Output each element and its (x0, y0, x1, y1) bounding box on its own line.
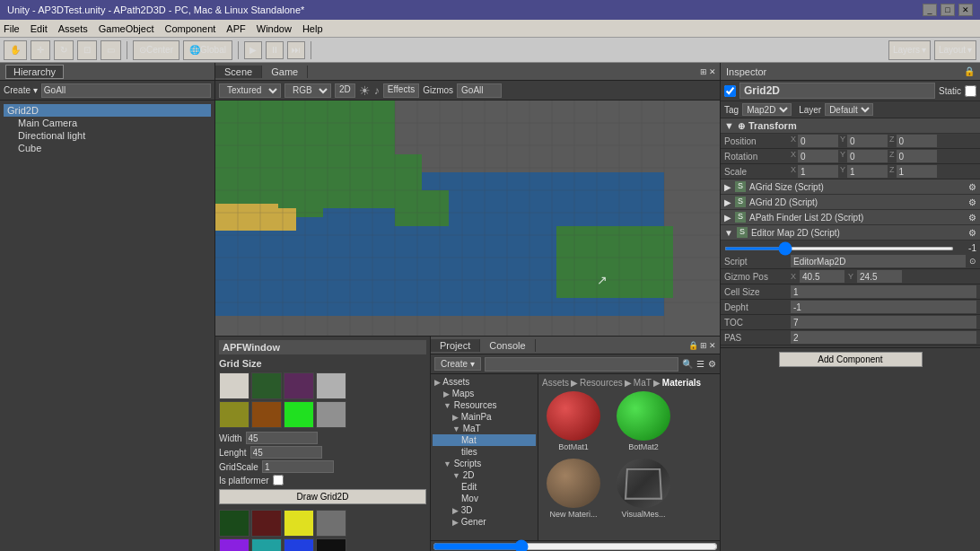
hierarchy-item-directional-light[interactable]: Directional light (4, 129, 211, 142)
menu-apf[interactable]: APF (226, 23, 245, 34)
agrid-size-header[interactable]: ▶ S AGrid Size (Script) ⚙ (721, 179, 980, 195)
agrid-2d-header[interactable]: ▶ S AGrid 2D (Script) ⚙ (721, 195, 980, 210)
apath-finder-header[interactable]: ▶ S APath Finder List 2D (Script) ⚙ (721, 210, 980, 225)
color-cell-yellow[interactable] (284, 510, 314, 537)
lighting-icon[interactable]: ☀ (359, 83, 371, 98)
project-scrollbar[interactable] (431, 540, 720, 551)
material-item-new-material[interactable]: New Materi... (542, 459, 605, 519)
project-settings-icon[interactable]: ⚙ (708, 359, 716, 369)
add-component-button[interactable]: Add Component (779, 352, 923, 367)
tree-item-resources[interactable]: ▼ Resources (433, 399, 536, 411)
project-filter-icon[interactable]: ☰ (696, 359, 704, 369)
editor-map-settings-icon[interactable]: ⚙ (968, 228, 976, 238)
color-cell-brown[interactable] (251, 401, 282, 428)
tree-item-assets[interactable]: ▶ Assets (433, 376, 536, 388)
scale-tool-button[interactable]: ⊡ (77, 40, 97, 60)
color-cell-purple[interactable] (219, 538, 249, 551)
length-input[interactable] (250, 446, 322, 459)
tree-item-mainpa[interactable]: ▶ MainPa (433, 411, 536, 423)
pas-input[interactable] (791, 331, 976, 344)
hierarchy-item-grid2d[interactable]: Grid2D (4, 104, 211, 117)
project-tab[interactable]: Project (431, 339, 480, 352)
layers-dropdown[interactable]: Layers ▾ (888, 40, 931, 60)
apath-finder-settings-icon[interactable]: ⚙ (968, 213, 976, 223)
breadcrumb-resources[interactable]: Resources (580, 378, 623, 388)
close-button[interactable]: ✕ (958, 4, 973, 16)
transform-section[interactable]: ▼ ⊕ Transform (721, 118, 980, 134)
width-input[interactable] (246, 432, 318, 444)
grid-scale-input[interactable] (262, 460, 334, 473)
editor-map-header[interactable]: ▼ S Editor Map 2D (Script) ⚙ (721, 225, 980, 241)
menu-assets[interactable]: Assets (58, 23, 88, 34)
tree-item-3d[interactable]: ▶ 3D (433, 504, 536, 516)
inspector-obj-name-input[interactable] (739, 83, 935, 99)
gizmo-x-input[interactable] (800, 270, 844, 283)
inspector-lock-icon[interactable]: 🔒 (964, 66, 975, 76)
rect-tool-button[interactable]: ▭ (101, 40, 121, 60)
tree-item-scripts[interactable]: ▼ Scripts (433, 458, 536, 469)
material-item-visualmes[interactable]: VisualMes... (612, 459, 675, 519)
script-input[interactable] (791, 255, 966, 267)
draw-grid-button[interactable]: Draw Grid2D (219, 489, 426, 504)
tree-item-mat[interactable]: Mat (433, 434, 536, 446)
layer-dropdown[interactable]: Default (825, 103, 873, 116)
menu-help[interactable]: Help (302, 23, 323, 34)
project-search-input[interactable] (485, 357, 678, 372)
material-item-botmat1[interactable]: BotMat1 (542, 391, 605, 451)
menu-window[interactable]: Window (257, 23, 292, 34)
tree-item-2d[interactable]: ▼ 2D (433, 469, 536, 481)
hand-tool-button[interactable]: ✋ (4, 40, 27, 60)
is-platformer-checkbox[interactable] (273, 475, 284, 485)
color-cell-teal[interactable] (251, 538, 282, 551)
gizmos-filter-input[interactable] (457, 83, 502, 98)
pos-y-input[interactable] (847, 135, 888, 147)
color-cell-dark-green2[interactable] (219, 510, 249, 537)
color-cell-dark-purple[interactable] (284, 372, 314, 399)
create-dropdown[interactable]: Create ▾ (434, 357, 481, 371)
depth-input[interactable] (791, 301, 976, 313)
breadcrumb-mat[interactable]: MaT (634, 378, 652, 388)
rot-x-input[interactable] (798, 150, 838, 162)
script-select-icon[interactable]: ⊙ (969, 257, 976, 266)
scale-z-input[interactable] (897, 165, 937, 178)
agrid-2d-settings-icon[interactable]: ⚙ (968, 197, 976, 207)
color-cell-dark-green[interactable] (251, 372, 282, 399)
color-cell-bright-green[interactable] (284, 401, 314, 428)
hierarchy-search-input[interactable] (41, 83, 211, 98)
color-cell-gray2[interactable] (316, 401, 346, 428)
scene-view[interactable]: ↗ (215, 101, 720, 336)
rot-y-input[interactable] (847, 150, 888, 162)
color-cell-light-gray[interactable] (316, 372, 346, 399)
tree-item-tiles[interactable]: tiles (433, 446, 536, 458)
material-item-botmat2[interactable]: BotMat2 (612, 391, 675, 451)
play-button[interactable]: ▶ (244, 41, 262, 59)
color-cell-olive[interactable] (219, 401, 249, 428)
pause-button[interactable]: ⏸ (266, 41, 284, 59)
console-tab[interactable]: Console (480, 339, 535, 352)
scale-x-input[interactable] (798, 165, 838, 178)
gizmo-y-input[interactable] (857, 270, 902, 283)
breadcrumb-assets[interactable]: Assets (542, 378, 569, 388)
hierarchy-item-cube[interactable]: Cube (4, 142, 211, 154)
minimize-button[interactable]: _ (923, 4, 937, 16)
project-scroll-slider[interactable] (433, 543, 718, 550)
color-cell-black[interactable] (316, 538, 346, 551)
inspector-active-checkbox[interactable] (724, 85, 736, 97)
center-button[interactable]: ⊙ Center (133, 40, 179, 60)
project-maximize-icon[interactable]: ⊞ (700, 341, 707, 350)
hierarchy-tab[interactable]: Hierarchy (5, 65, 64, 79)
color-cell-dark-red[interactable] (251, 510, 282, 537)
menu-edit[interactable]: Edit (31, 23, 48, 34)
menu-gameobject[interactable]: GameObject (99, 23, 154, 34)
static-checkbox[interactable] (965, 85, 976, 97)
editor-map-slider[interactable] (724, 247, 954, 250)
layout-dropdown[interactable]: Layout ▾ (934, 40, 976, 60)
rotate-tool-button[interactable]: ↻ (54, 40, 74, 60)
color-cell-blue[interactable] (284, 538, 314, 551)
tree-item-maps[interactable]: ▶ Maps (433, 388, 536, 399)
step-button[interactable]: ⏭ (287, 41, 305, 59)
breadcrumb-materials[interactable]: Materials (662, 378, 701, 388)
effects-dropdown[interactable]: Effects (383, 83, 419, 98)
global-button[interactable]: 🌐 Global (183, 40, 232, 60)
2d-toggle[interactable]: 2D (335, 83, 355, 98)
